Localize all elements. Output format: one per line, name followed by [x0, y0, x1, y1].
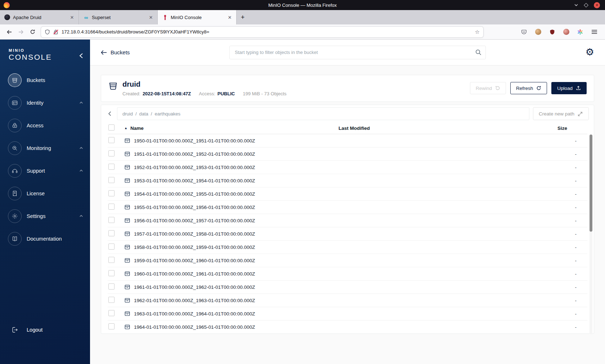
sidebar-item-access[interactable]: Access	[0, 114, 90, 137]
tab-close-button[interactable]: ✕	[147, 14, 154, 21]
back-to-buckets-link[interactable]: Buckets	[101, 49, 130, 55]
sidebar-item-documentation[interactable]: Documentation	[0, 227, 90, 250]
sidebar-item-buckets[interactable]: Buckets	[0, 69, 90, 91]
row-checkbox[interactable]	[108, 217, 115, 223]
sidebar-item-support[interactable]: Support	[0, 159, 90, 182]
table-row[interactable]: 1953-01-01T00:00:00.000Z_1954-01-01T00:0…	[108, 174, 587, 187]
row-checkbox[interactable]	[108, 137, 115, 143]
table-row[interactable]: 1962-01-01T00:00:00.000Z_1963-01-01T00:0…	[108, 294, 587, 307]
object-folder-icon	[124, 218, 130, 223]
table-row[interactable]: 1955-01-01T00:00:00.000Z_1956-01-01T00:0…	[108, 201, 587, 214]
row-checkbox[interactable]	[108, 177, 115, 183]
object-name: 1964-01-01T00:00:00.000Z_1965-01-01T00:0…	[134, 324, 255, 330]
license-icon	[8, 187, 22, 200]
table-row[interactable]: 1959-01-01T00:00:00.000Z_1960-01-01T00:0…	[108, 254, 587, 267]
table-row[interactable]: 1964-01-01T00:00:00.000Z_1965-01-01T00:0…	[108, 320, 587, 333]
column-header-size[interactable]: Size	[533, 126, 587, 131]
object-name: 1954-01-01T00:00:00.000Z_1955-01-01T00:0…	[134, 191, 255, 197]
back-button[interactable]	[4, 27, 15, 37]
adblock-extension-button[interactable]	[546, 27, 558, 37]
table-row[interactable]: 1951-01-01T00:00:00.000Z_1952-01-01T00:0…	[108, 147, 587, 161]
close-window-button[interactable]: ✕	[594, 2, 600, 8]
breadcrumb-part-current[interactable]: earthquakes	[154, 111, 180, 117]
collapse-sidebar-button[interactable]	[79, 53, 84, 59]
sidebar-item-label: License	[27, 191, 45, 196]
breadcrumb-part-folder[interactable]: data	[139, 111, 148, 117]
tab-minio-console[interactable]: MinIO Console ✕	[158, 10, 237, 24]
tracking-shield-icon[interactable]	[45, 29, 50, 35]
forward-button[interactable]	[15, 27, 27, 37]
column-header-name[interactable]: ▲ Name	[124, 126, 339, 131]
pocket-save-button[interactable]	[518, 27, 530, 37]
table-row[interactable]: 1958-01-01T00:00:00.000Z_1959-01-01T00:0…	[108, 241, 587, 254]
list-tabs-chevron-icon[interactable]	[574, 3, 578, 7]
object-size: -	[533, 165, 587, 170]
bookmark-star-icon[interactable]: ☆	[475, 29, 480, 35]
row-checkbox[interactable]	[108, 164, 115, 170]
object-size: -	[533, 311, 587, 317]
tab-label: Apache Druid	[13, 15, 66, 20]
row-checkbox[interactable]	[108, 270, 115, 276]
table-row[interactable]: 1961-01-01T00:00:00.000Z_1962-01-01T00:0…	[108, 281, 587, 294]
object-folder-icon	[124, 324, 130, 330]
sidebar-item-identity[interactable]: Identity	[0, 91, 90, 114]
row-checkbox[interactable]	[108, 230, 115, 236]
create-new-path-button[interactable]: Create new path	[533, 107, 589, 120]
objects-table: ▲ Name Last Modified Size	[101, 122, 594, 333]
scrollbar-thumb[interactable]	[590, 135, 592, 232]
restore-window-button[interactable]	[584, 3, 588, 8]
url-bar[interactable]: 172.18.0.4:31664/buckets/druid/browse/ZG…	[41, 27, 483, 37]
path-back-button[interactable]	[106, 111, 113, 117]
insecure-lock-icon[interactable]	[53, 29, 59, 35]
object-filter-input[interactable]	[229, 46, 486, 59]
table-row[interactable]: 1963-01-01T00:00:00.000Z_1964-01-01T00:0…	[108, 307, 587, 320]
sidebar-item-license[interactable]: License	[0, 182, 90, 205]
extension-pinwheel-button[interactable]	[574, 27, 586, 37]
table-row[interactable]: 1952-01-01T00:00:00.000Z_1953-01-01T00:0…	[108, 161, 587, 174]
new-tab-button[interactable]: +	[237, 10, 249, 24]
tab-label: Superset	[92, 15, 144, 20]
created-label: Created:	[122, 91, 140, 96]
row-checkbox[interactable]	[108, 310, 115, 316]
refresh-button[interactable]: Refresh	[510, 82, 547, 94]
object-size: -	[533, 191, 587, 197]
settings-gear-button[interactable]: ⚙	[586, 47, 594, 57]
row-checkbox[interactable]	[108, 297, 115, 303]
object-size: -	[533, 298, 587, 303]
avatar-icon	[563, 29, 569, 35]
row-checkbox[interactable]	[108, 190, 115, 196]
table-row[interactable]: 1954-01-01T00:00:00.000Z_1955-01-01T00:0…	[108, 187, 587, 201]
profile-avatar-1[interactable]	[532, 27, 544, 37]
rewind-icon	[495, 86, 500, 91]
row-checkbox[interactable]	[108, 283, 115, 290]
profile-avatar-2[interactable]	[560, 27, 572, 37]
tab-close-button[interactable]: ✕	[68, 14, 76, 21]
breadcrumb-part-bucket[interactable]: druid	[122, 111, 133, 117]
list-scrollbar[interactable]	[590, 135, 592, 334]
table-row[interactable]: 1960-01-01T00:00:00.000Z_1961-01-01T00:0…	[108, 267, 587, 281]
sidebar-item-settings[interactable]: Settings	[0, 205, 90, 227]
select-all-checkbox[interactable]	[108, 124, 115, 131]
sidebar-item-monitoring[interactable]: Monitoring	[0, 137, 90, 159]
table-row[interactable]: 1950-01-01T00:00:00.000Z_1951-01-01T00:0…	[108, 134, 587, 147]
rewind-button[interactable]: Rewind	[470, 82, 506, 94]
url-text[interactable]: 172.18.0.4:31664/buckets/druid/browse/ZG…	[62, 29, 472, 35]
row-checkbox[interactable]	[108, 150, 115, 156]
reload-button[interactable]	[27, 27, 38, 37]
tab-superset[interactable]: ∞ Superset ✕	[79, 10, 158, 24]
tab-close-button[interactable]: ✕	[226, 14, 233, 21]
upload-button[interactable]: Upload	[551, 82, 587, 94]
column-header-last-modified[interactable]: Last Modified	[339, 126, 533, 131]
row-checkbox[interactable]	[108, 257, 115, 263]
row-checkbox[interactable]	[108, 204, 115, 210]
row-checkbox[interactable]	[108, 244, 115, 250]
tab-apache-druid[interactable]: Apache Druid ✕	[0, 10, 79, 24]
monitoring-icon	[8, 141, 22, 155]
row-checkbox[interactable]	[108, 323, 115, 329]
search-icon	[475, 49, 481, 55]
table-row[interactable]: 1957-01-01T00:00:00.000Z_1958-01-01T00:0…	[108, 227, 587, 241]
table-row[interactable]: 1956-01-01T00:00:00.000Z_1957-01-01T00:0…	[108, 214, 587, 227]
sidebar-item-logout[interactable]: Logout	[0, 322, 90, 338]
object-folder-icon	[124, 151, 130, 157]
menu-hamburger-button[interactable]	[588, 27, 600, 37]
